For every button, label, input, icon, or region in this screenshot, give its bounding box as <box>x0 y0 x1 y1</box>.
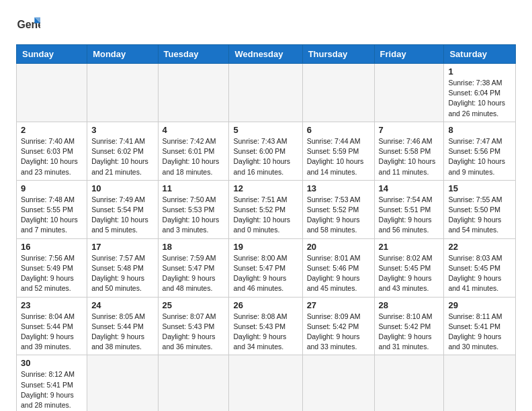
day-info: Sunrise: 7:38 AM Sunset: 6:04 PM Dayligh… <box>448 78 511 119</box>
day-info: Sunrise: 7:44 AM Sunset: 5:59 PM Dayligh… <box>307 136 370 177</box>
calendar-cell: 19Sunrise: 8:00 AM Sunset: 5:47 PM Dayli… <box>229 238 302 297</box>
day-number: 4 <box>163 125 225 135</box>
calendar-cell: 10Sunrise: 7:49 AM Sunset: 5:54 PM Dayli… <box>87 180 158 238</box>
col-friday: Friday <box>374 45 444 64</box>
calendar-cell: 13Sunrise: 7:53 AM Sunset: 5:52 PM Dayli… <box>302 180 374 238</box>
calendar-cell <box>17 64 87 122</box>
calendar-cell: 15Sunrise: 7:55 AM Sunset: 5:50 PM Dayli… <box>444 180 516 238</box>
day-info: Sunrise: 7:59 AM Sunset: 5:47 PM Dayligh… <box>163 253 225 294</box>
logo: General <box>16 13 43 38</box>
day-info: Sunrise: 8:12 AM Sunset: 5:41 PM Dayligh… <box>21 369 83 410</box>
day-info: Sunrise: 8:04 AM Sunset: 5:44 PM Dayligh… <box>21 312 83 353</box>
day-info: Sunrise: 8:01 AM Sunset: 5:46 PM Dayligh… <box>307 253 370 294</box>
day-number: 22 <box>448 242 511 252</box>
day-info: Sunrise: 7:48 AM Sunset: 5:55 PM Dayligh… <box>21 195 83 236</box>
calendar-cell: 22Sunrise: 8:03 AM Sunset: 5:45 PM Dayli… <box>444 238 516 297</box>
day-info: Sunrise: 7:55 AM Sunset: 5:50 PM Dayligh… <box>448 195 511 236</box>
calendar-cell: 25Sunrise: 8:07 AM Sunset: 5:43 PM Dayli… <box>158 297 229 355</box>
day-number: 26 <box>233 300 298 310</box>
calendar-cell: 2Sunrise: 7:40 AM Sunset: 6:03 PM Daylig… <box>17 122 87 180</box>
calendar-cell: 5Sunrise: 7:43 AM Sunset: 6:00 PM Daylig… <box>229 122 302 180</box>
day-info: Sunrise: 8:02 AM Sunset: 5:45 PM Dayligh… <box>379 253 440 294</box>
day-number: 3 <box>91 125 153 135</box>
day-number: 20 <box>307 242 370 252</box>
day-number: 16 <box>21 242 83 252</box>
day-number: 19 <box>233 242 298 252</box>
day-number: 5 <box>233 125 298 135</box>
day-number: 15 <box>448 183 511 193</box>
calendar-cell <box>302 355 374 411</box>
calendar-header-row: Sunday Monday Tuesday Wednesday Thursday… <box>17 45 516 64</box>
day-info: Sunrise: 8:09 AM Sunset: 5:42 PM Dayligh… <box>307 312 370 353</box>
calendar-cell: 4Sunrise: 7:42 AM Sunset: 6:01 PM Daylig… <box>158 122 229 180</box>
calendar-cell: 27Sunrise: 8:09 AM Sunset: 5:42 PM Dayli… <box>302 297 374 355</box>
calendar-cell <box>444 355 516 411</box>
calendar-cell: 11Sunrise: 7:50 AM Sunset: 5:53 PM Dayli… <box>158 180 229 238</box>
day-number: 24 <box>91 300 153 310</box>
day-number: 13 <box>307 183 370 193</box>
calendar-week-row: 9Sunrise: 7:48 AM Sunset: 5:55 PM Daylig… <box>17 180 516 238</box>
calendar-cell <box>374 64 444 122</box>
calendar-cell: 30Sunrise: 8:12 AM Sunset: 5:41 PM Dayli… <box>17 355 87 411</box>
calendar-cell: 18Sunrise: 7:59 AM Sunset: 5:47 PM Dayli… <box>158 238 229 297</box>
day-number: 28 <box>379 300 440 310</box>
day-info: Sunrise: 8:03 AM Sunset: 5:45 PM Dayligh… <box>448 253 511 294</box>
day-info: Sunrise: 7:47 AM Sunset: 5:56 PM Dayligh… <box>448 136 511 177</box>
calendar-cell <box>374 355 444 411</box>
day-info: Sunrise: 7:53 AM Sunset: 5:52 PM Dayligh… <box>307 195 370 236</box>
calendar-cell <box>229 64 302 122</box>
calendar-cell: 29Sunrise: 8:11 AM Sunset: 5:41 PM Dayli… <box>444 297 516 355</box>
day-info: Sunrise: 7:40 AM Sunset: 6:03 PM Dayligh… <box>21 136 83 177</box>
calendar-week-row: 16Sunrise: 7:56 AM Sunset: 5:49 PM Dayli… <box>17 238 516 297</box>
calendar-cell <box>158 355 229 411</box>
day-number: 17 <box>91 242 153 252</box>
col-saturday: Saturday <box>444 45 516 64</box>
day-number: 6 <box>307 125 370 135</box>
calendar-cell: 21Sunrise: 8:02 AM Sunset: 5:45 PM Dayli… <box>374 238 444 297</box>
day-info: Sunrise: 8:11 AM Sunset: 5:41 PM Dayligh… <box>448 312 511 353</box>
day-number: 10 <box>91 183 153 193</box>
calendar-cell <box>87 64 158 122</box>
calendar-cell: 17Sunrise: 7:57 AM Sunset: 5:48 PM Dayli… <box>87 238 158 297</box>
col-tuesday: Tuesday <box>158 45 229 64</box>
calendar-cell: 8Sunrise: 7:47 AM Sunset: 5:56 PM Daylig… <box>444 122 516 180</box>
calendar-cell <box>302 64 374 122</box>
col-sunday: Sunday <box>17 45 87 64</box>
day-info: Sunrise: 7:46 AM Sunset: 5:58 PM Dayligh… <box>379 136 440 177</box>
day-number: 23 <box>21 300 83 310</box>
calendar-cell: 24Sunrise: 8:05 AM Sunset: 5:44 PM Dayli… <box>87 297 158 355</box>
calendar-cell: 23Sunrise: 8:04 AM Sunset: 5:44 PM Dayli… <box>17 297 87 355</box>
calendar-cell <box>87 355 158 411</box>
page-header: General <box>16 13 516 38</box>
logo-icon: General <box>16 13 40 38</box>
calendar-cell: 9Sunrise: 7:48 AM Sunset: 5:55 PM Daylig… <box>17 180 87 238</box>
day-number: 7 <box>379 125 440 135</box>
day-info: Sunrise: 7:42 AM Sunset: 6:01 PM Dayligh… <box>163 136 225 177</box>
day-info: Sunrise: 7:43 AM Sunset: 6:00 PM Dayligh… <box>233 136 298 177</box>
calendar-cell: 26Sunrise: 8:08 AM Sunset: 5:43 PM Dayli… <box>229 297 302 355</box>
day-number: 27 <box>307 300 370 310</box>
day-number: 30 <box>21 358 83 368</box>
day-number: 1 <box>448 66 511 77</box>
day-number: 29 <box>448 300 511 310</box>
day-info: Sunrise: 8:07 AM Sunset: 5:43 PM Dayligh… <box>163 312 225 353</box>
day-number: 9 <box>21 183 83 193</box>
day-info: Sunrise: 7:54 AM Sunset: 5:51 PM Dayligh… <box>379 195 440 236</box>
day-number: 12 <box>233 183 298 193</box>
calendar-week-row: 23Sunrise: 8:04 AM Sunset: 5:44 PM Dayli… <box>17 297 516 355</box>
day-number: 8 <box>448 125 511 135</box>
day-number: 25 <box>163 300 225 310</box>
day-info: Sunrise: 7:49 AM Sunset: 5:54 PM Dayligh… <box>91 195 153 236</box>
day-info: Sunrise: 7:41 AM Sunset: 6:02 PM Dayligh… <box>91 136 153 177</box>
calendar-cell: 7Sunrise: 7:46 AM Sunset: 5:58 PM Daylig… <box>374 122 444 180</box>
calendar-cell: 28Sunrise: 8:10 AM Sunset: 5:42 PM Dayli… <box>374 297 444 355</box>
calendar-cell: 12Sunrise: 7:51 AM Sunset: 5:52 PM Dayli… <box>229 180 302 238</box>
calendar-cell <box>158 64 229 122</box>
day-number: 2 <box>21 125 83 135</box>
col-thursday: Thursday <box>302 45 374 64</box>
day-number: 21 <box>379 242 440 252</box>
day-info: Sunrise: 8:00 AM Sunset: 5:47 PM Dayligh… <box>233 253 298 294</box>
calendar-cell: 14Sunrise: 7:54 AM Sunset: 5:51 PM Dayli… <box>374 180 444 238</box>
calendar-table: Sunday Monday Tuesday Wednesday Thursday… <box>16 44 516 411</box>
calendar-cell: 1Sunrise: 7:38 AM Sunset: 6:04 PM Daylig… <box>444 64 516 122</box>
